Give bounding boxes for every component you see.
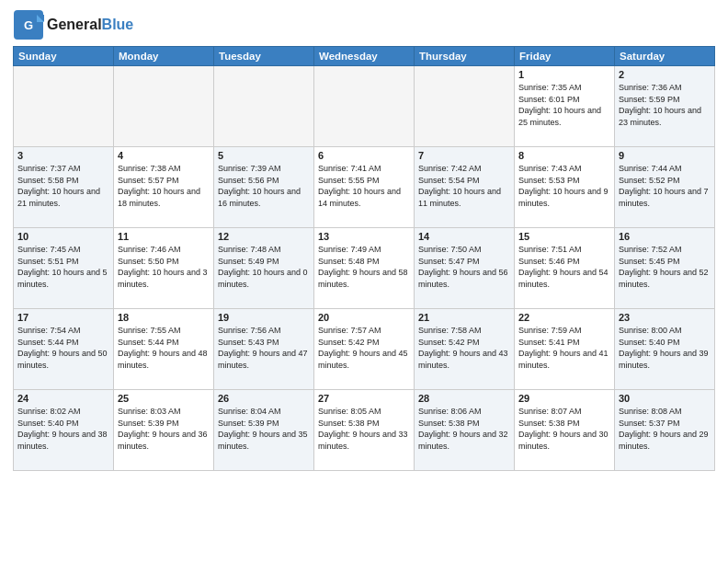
day-number: 20 (318, 312, 410, 323)
calendar-cell: 24Sunrise: 8:02 AM Sunset: 5:40 PM Dayli… (14, 390, 114, 471)
calendar-cell: 25Sunrise: 8:03 AM Sunset: 5:39 PM Dayli… (114, 390, 214, 471)
day-number: 17 (17, 312, 109, 323)
day-number: 5 (218, 150, 310, 161)
day-info: Sunrise: 7:51 AM Sunset: 5:46 PM Dayligh… (518, 244, 610, 290)
logo-name: GeneralBlue (47, 17, 133, 33)
day-info: Sunrise: 8:07 AM Sunset: 5:38 PM Dayligh… (518, 406, 610, 452)
day-number: 13 (318, 231, 410, 242)
day-info: Sunrise: 7:38 AM Sunset: 5:57 PM Dayligh… (118, 163, 210, 209)
day-info: Sunrise: 7:58 AM Sunset: 5:42 PM Dayligh… (418, 325, 510, 371)
weekday-header: Friday (515, 47, 615, 66)
day-number: 16 (619, 231, 711, 242)
calendar-cell: 21Sunrise: 7:58 AM Sunset: 5:42 PM Dayli… (415, 309, 515, 390)
day-info: Sunrise: 7:57 AM Sunset: 5:42 PM Dayligh… (318, 325, 410, 371)
day-number: 21 (418, 312, 510, 323)
day-number: 19 (218, 312, 310, 323)
day-number: 25 (118, 393, 210, 404)
calendar-cell: 16Sunrise: 7:52 AM Sunset: 5:45 PM Dayli… (615, 228, 715, 309)
day-info: Sunrise: 7:49 AM Sunset: 5:48 PM Dayligh… (318, 244, 410, 290)
day-info: Sunrise: 7:39 AM Sunset: 5:56 PM Dayligh… (218, 163, 310, 209)
day-info: Sunrise: 7:37 AM Sunset: 5:58 PM Dayligh… (17, 163, 109, 209)
calendar-cell: 18Sunrise: 7:55 AM Sunset: 5:44 PM Dayli… (114, 309, 214, 390)
calendar-cell (14, 66, 114, 147)
calendar-cell: 23Sunrise: 8:00 AM Sunset: 5:40 PM Dayli… (615, 309, 715, 390)
calendar-cell: 27Sunrise: 8:05 AM Sunset: 5:38 PM Dayli… (314, 390, 415, 471)
day-number: 3 (17, 150, 109, 161)
day-number: 1 (518, 69, 610, 80)
calendar-week-row: 17Sunrise: 7:54 AM Sunset: 5:44 PM Dayli… (14, 309, 715, 390)
day-info: Sunrise: 7:56 AM Sunset: 5:43 PM Dayligh… (218, 325, 310, 371)
day-number: 30 (619, 393, 711, 404)
day-number: 14 (418, 231, 510, 242)
day-number: 15 (518, 231, 610, 242)
day-info: Sunrise: 8:03 AM Sunset: 5:39 PM Dayligh… (118, 406, 210, 452)
day-number: 9 (619, 150, 711, 161)
logo-icon: G (13, 9, 44, 40)
calendar-cell: 28Sunrise: 8:06 AM Sunset: 5:38 PM Dayli… (415, 390, 515, 471)
calendar-week-row: 3Sunrise: 7:37 AM Sunset: 5:58 PM Daylig… (14, 147, 715, 228)
calendar-cell (114, 66, 214, 147)
weekday-header: Wednesday (314, 47, 415, 66)
svg-text:G: G (24, 18, 33, 32)
calendar-week-row: 1Sunrise: 7:35 AM Sunset: 6:01 PM Daylig… (14, 66, 715, 147)
day-number: 6 (318, 150, 410, 161)
day-number: 4 (118, 150, 210, 161)
calendar-cell: 2Sunrise: 7:36 AM Sunset: 5:59 PM Daylig… (615, 66, 715, 147)
day-info: Sunrise: 7:41 AM Sunset: 5:55 PM Dayligh… (318, 163, 410, 209)
calendar-cell: 9Sunrise: 7:44 AM Sunset: 5:52 PM Daylig… (615, 147, 715, 228)
calendar-cell: 17Sunrise: 7:54 AM Sunset: 5:44 PM Dayli… (14, 309, 114, 390)
calendar-page: G GeneralBlue SundayMondayTuesdayWednesd… (0, 0, 728, 563)
day-number: 22 (518, 312, 610, 323)
day-number: 2 (619, 69, 711, 80)
calendar-cell: 6Sunrise: 7:41 AM Sunset: 5:55 PM Daylig… (314, 147, 415, 228)
calendar-week-row: 24Sunrise: 8:02 AM Sunset: 5:40 PM Dayli… (14, 390, 715, 471)
calendar-cell: 30Sunrise: 8:08 AM Sunset: 5:37 PM Dayli… (615, 390, 715, 471)
day-info: Sunrise: 7:46 AM Sunset: 5:50 PM Dayligh… (118, 244, 210, 290)
calendar-cell: 26Sunrise: 8:04 AM Sunset: 5:39 PM Dayli… (214, 390, 314, 471)
day-info: Sunrise: 7:43 AM Sunset: 5:53 PM Dayligh… (518, 163, 610, 209)
day-number: 27 (318, 393, 410, 404)
day-info: Sunrise: 7:42 AM Sunset: 5:54 PM Dayligh… (418, 163, 510, 209)
calendar-cell (314, 66, 415, 147)
calendar-cell: 20Sunrise: 7:57 AM Sunset: 5:42 PM Dayli… (314, 309, 415, 390)
day-info: Sunrise: 7:55 AM Sunset: 5:44 PM Dayligh… (118, 325, 210, 371)
calendar-cell: 1Sunrise: 7:35 AM Sunset: 6:01 PM Daylig… (515, 66, 615, 147)
day-number: 29 (518, 393, 610, 404)
day-number: 23 (619, 312, 711, 323)
day-number: 10 (17, 231, 109, 242)
calendar-header-row: SundayMondayTuesdayWednesdayThursdayFrid… (14, 47, 715, 66)
calendar-cell: 3Sunrise: 7:37 AM Sunset: 5:58 PM Daylig… (14, 147, 114, 228)
day-info: Sunrise: 7:36 AM Sunset: 5:59 PM Dayligh… (619, 82, 711, 128)
weekday-header: Sunday (14, 47, 114, 66)
calendar-table: SundayMondayTuesdayWednesdayThursdayFrid… (13, 46, 715, 471)
day-info: Sunrise: 8:08 AM Sunset: 5:37 PM Dayligh… (619, 406, 711, 452)
calendar-cell: 22Sunrise: 7:59 AM Sunset: 5:41 PM Dayli… (515, 309, 615, 390)
day-number: 11 (118, 231, 210, 242)
calendar-cell: 12Sunrise: 7:48 AM Sunset: 5:49 PM Dayli… (214, 228, 314, 309)
weekday-header: Thursday (415, 47, 515, 66)
weekday-header: Monday (114, 47, 214, 66)
day-info: Sunrise: 7:59 AM Sunset: 5:41 PM Dayligh… (518, 325, 610, 371)
day-number: 28 (418, 393, 510, 404)
calendar-cell (415, 66, 515, 147)
day-info: Sunrise: 7:50 AM Sunset: 5:47 PM Dayligh… (418, 244, 510, 290)
calendar-cell: 13Sunrise: 7:49 AM Sunset: 5:48 PM Dayli… (314, 228, 415, 309)
calendar-cell: 5Sunrise: 7:39 AM Sunset: 5:56 PM Daylig… (214, 147, 314, 228)
calendar-week-row: 10Sunrise: 7:45 AM Sunset: 5:51 PM Dayli… (14, 228, 715, 309)
day-info: Sunrise: 8:02 AM Sunset: 5:40 PM Dayligh… (17, 406, 109, 452)
day-number: 26 (218, 393, 310, 404)
day-number: 7 (418, 150, 510, 161)
day-info: Sunrise: 7:48 AM Sunset: 5:49 PM Dayligh… (218, 244, 310, 290)
logo: G GeneralBlue (13, 9, 133, 40)
day-number: 24 (17, 393, 109, 404)
calendar-cell: 8Sunrise: 7:43 AM Sunset: 5:53 PM Daylig… (515, 147, 615, 228)
day-info: Sunrise: 7:35 AM Sunset: 6:01 PM Dayligh… (518, 82, 610, 128)
day-number: 18 (118, 312, 210, 323)
calendar-cell: 15Sunrise: 7:51 AM Sunset: 5:46 PM Dayli… (515, 228, 615, 309)
day-info: Sunrise: 7:52 AM Sunset: 5:45 PM Dayligh… (619, 244, 711, 290)
day-info: Sunrise: 7:54 AM Sunset: 5:44 PM Dayligh… (17, 325, 109, 371)
calendar-cell: 29Sunrise: 8:07 AM Sunset: 5:38 PM Dayli… (515, 390, 615, 471)
day-info: Sunrise: 8:05 AM Sunset: 5:38 PM Dayligh… (318, 406, 410, 452)
day-number: 8 (518, 150, 610, 161)
calendar-cell: 11Sunrise: 7:46 AM Sunset: 5:50 PM Dayli… (114, 228, 214, 309)
